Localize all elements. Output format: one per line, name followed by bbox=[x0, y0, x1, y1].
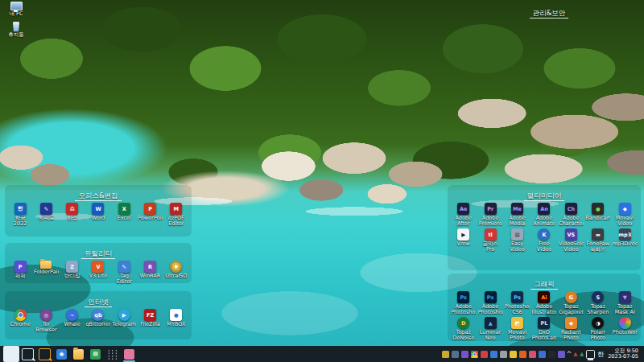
mp3directcut[interactable]: mp3 mp3DirectCut bbox=[613, 228, 638, 247]
qbittorrent[interactable]: qb qBittorrent bbox=[85, 309, 110, 327]
app-icon-label: qBittorrent bbox=[85, 322, 110, 327]
illustrator[interactable]: Ai Adobe Illustrator bbox=[531, 291, 556, 315]
tray-icon-12[interactable] bbox=[548, 351, 555, 358]
fence-management[interactable]: 관리&보안 bbox=[507, 2, 591, 19]
tray-icon-1[interactable] bbox=[442, 351, 449, 358]
hancom-hanshow[interactable]: 쇼 한쇼 bbox=[60, 203, 85, 221]
tray-icon-5[interactable] bbox=[481, 351, 488, 358]
tray-icon-2[interactable] bbox=[452, 351, 459, 358]
free-video-cutter[interactable]: K Free Video Cutter bbox=[531, 228, 556, 253]
tag-editor[interactable]: ✎ Tag Editor bbox=[112, 261, 137, 285]
app-icon-label: Whale bbox=[60, 322, 85, 327]
search-button[interactable] bbox=[19, 346, 36, 362]
vrew[interactable]: ▶ Vrew bbox=[451, 228, 476, 247]
chrome[interactable]: Chrome bbox=[8, 309, 33, 327]
hancom-hanword[interactable]: ✎ 한워드 bbox=[34, 203, 59, 221]
photoworks[interactable]: PhotoWorks bbox=[613, 317, 638, 335]
ms-excel[interactable]: X Excel bbox=[112, 203, 137, 221]
bandizip[interactable]: Z 반디집 bbox=[60, 261, 85, 279]
app-icon-label: Topaz DeNoise AI bbox=[451, 330, 476, 341]
ime-indicator[interactable]: 한 bbox=[595, 350, 606, 359]
dxo-photolab[interactable]: PL DxO PhotoLab 5 bbox=[531, 317, 556, 341]
alert-triangle-red[interactable]: ▲ bbox=[573, 352, 577, 357]
radiant-photo[interactable]: ◆ Radiant Photo bbox=[559, 317, 584, 341]
my-pc[interactable]: 내 PC bbox=[2, 2, 30, 17]
fonepaw-recorder[interactable]: ▬ FonePaw 녹화기 bbox=[585, 228, 610, 253]
tray-icon-6[interactable] bbox=[490, 351, 497, 358]
shortcut-icon bbox=[12, 22, 20, 31]
polarr-editor[interactable]: ◑ Polarr Photo Editor Pro bbox=[585, 317, 610, 341]
movavi-video-editor[interactable]: ◆ Movavi Video Editor Plus bbox=[613, 203, 638, 227]
photoshop-2022[interactable]: Ps Adobe Photoshop 2022 bbox=[451, 291, 476, 315]
app-icon-label: Tor Browser bbox=[34, 322, 59, 333]
taskbar-app-icon bbox=[124, 349, 134, 360]
tray-chrome[interactable] bbox=[471, 351, 478, 358]
app-icon: D bbox=[457, 317, 469, 329]
hancom-hangul[interactable]: 한 한글 2022 bbox=[8, 203, 33, 227]
tray-icon-10[interactable] bbox=[529, 351, 536, 358]
tray-icon-13[interactable] bbox=[558, 351, 565, 358]
telegram[interactable]: ▶ Telegram bbox=[112, 309, 137, 327]
app-icon: M bbox=[170, 203, 182, 215]
alert-triangle-green[interactable]: ▲ bbox=[580, 352, 584, 357]
v3-lite[interactable]: V V3 Lite bbox=[85, 261, 110, 279]
movavi-photo-editor[interactable]: ◩ Movavi Photo Editor bbox=[505, 317, 530, 341]
grip-handle[interactable] bbox=[104, 346, 121, 362]
tray-alerts: ▲▲ bbox=[573, 346, 584, 362]
ultraiso[interactable]: UltraISO bbox=[163, 261, 188, 279]
naver-mybox[interactable]: ● MYBOX bbox=[163, 309, 188, 327]
ms-powerpoint[interactable]: P PowerPoint bbox=[138, 203, 163, 221]
tray-icon-11[interactable] bbox=[539, 351, 546, 358]
app-icon-label: Adobe Animate bbox=[531, 216, 556, 227]
taskbar-app-icon bbox=[39, 348, 51, 360]
topaz-denoise[interactable]: D Topaz DeNoise AI bbox=[451, 317, 476, 341]
tray-icon-3[interactable] bbox=[461, 351, 469, 358]
folder-painter[interactable]: FolderPainter bbox=[34, 261, 59, 275]
character-animator[interactable]: Ch Adobe Character Animator bbox=[559, 203, 584, 227]
file-explorer-button[interactable] bbox=[70, 346, 87, 362]
app-icon: ▼ bbox=[619, 291, 631, 303]
luminar-neo[interactable]: ▲ Luminar Neo bbox=[478, 317, 503, 341]
gom-mix-pro[interactable]: tl 곰믹스 Pro bbox=[478, 228, 503, 253]
network-icon[interactable] bbox=[586, 350, 595, 359]
ezpdf-editor[interactable]: M ezPDF Editor 3.0 bbox=[163, 203, 188, 227]
taskbar-clock[interactable]: 오전 9:50 2023-07-05 bbox=[606, 348, 642, 360]
multimedia-icon-row-2: ▶ Vrew tl 곰믹스 Pro ▤ Easy Video Maker K F… bbox=[448, 227, 641, 253]
premiere-pro[interactable]: Pr Adobe Premiere Pro bbox=[478, 203, 503, 227]
recycle-bin[interactable]: 휴지통 bbox=[2, 22, 30, 38]
photoshop[interactable]: Ps Adobe Photoshop bbox=[478, 291, 503, 315]
ms-word[interactable]: W Word bbox=[85, 203, 110, 221]
app-icon-label: 반디집 bbox=[60, 274, 85, 279]
app-icon-label: Movavi Video Editor Plus bbox=[613, 216, 638, 227]
bandicam[interactable]: ● Bandicam bbox=[585, 203, 610, 221]
topaz-gigapixel[interactable]: G Topaz Gigapixel AI bbox=[559, 291, 584, 315]
after-effects[interactable]: Ae Adobe After Effects 2022 bbox=[451, 203, 476, 227]
picpick[interactable]: P 픽픽 bbox=[8, 261, 33, 279]
filezilla[interactable]: FZ FileZilla bbox=[138, 309, 163, 327]
tray-overflow-chevron-icon[interactable]: ^ bbox=[565, 351, 574, 358]
media-encoder[interactable]: Me Adobe Media Encoder bbox=[505, 203, 530, 227]
videosolo-editor[interactable]: VS VideoSolo Video Editor bbox=[559, 228, 584, 253]
tray-icon-7[interactable] bbox=[500, 351, 507, 358]
winrar[interactable]: R WinRAR bbox=[138, 261, 163, 279]
app-icon-label: PowerPoint bbox=[138, 216, 163, 221]
tor-browser[interactable]: ◎ Tor Browser bbox=[34, 309, 59, 333]
tray-icon-9[interactable] bbox=[519, 351, 526, 358]
app-icon-label: DxO PhotoLab 5 bbox=[531, 330, 556, 341]
pinned-app-green[interactable]: ▤ bbox=[87, 346, 104, 362]
topaz-sharpen[interactable]: S Topaz Sharpen AI bbox=[585, 291, 610, 315]
whale-browser[interactable]: ~ Whale bbox=[60, 309, 85, 327]
pinned-search-orange[interactable] bbox=[36, 346, 53, 362]
app-icon-label: Polarr Photo Editor Pro bbox=[585, 330, 610, 341]
photoshop-cs6[interactable]: Ps Photoshop CS6 bbox=[505, 291, 530, 315]
pinned-app-blue[interactable]: ◉ bbox=[53, 346, 70, 362]
running-app[interactable] bbox=[121, 346, 138, 362]
tray-icon-8[interactable] bbox=[510, 351, 517, 358]
app-icon-label: 한글 2022 bbox=[8, 216, 33, 227]
app-icon: ▶ bbox=[118, 309, 130, 321]
animate[interactable]: An Adobe Animate bbox=[531, 203, 556, 227]
start-button[interactable] bbox=[2, 346, 19, 362]
topaz-mask[interactable]: ▼ Topaz Mask AI bbox=[613, 291, 638, 315]
easy-video-maker[interactable]: ▤ Easy Video Maker bbox=[505, 228, 530, 253]
app-icon: Ps bbox=[485, 291, 497, 303]
